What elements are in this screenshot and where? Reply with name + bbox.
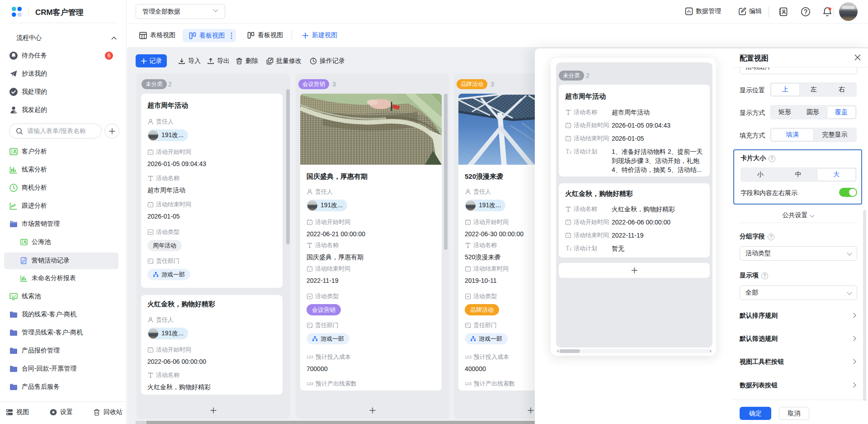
svg-text:7: 7	[567, 125, 569, 128]
svg-text:7: 7	[150, 152, 151, 154]
svg-text:7: 7	[150, 349, 151, 352]
svg-text:7: 7	[567, 222, 569, 224]
svg-text:7: 7	[150, 204, 151, 207]
svg-text:7: 7	[567, 235, 569, 238]
svg-text:7: 7	[309, 222, 311, 224]
svg-text:7: 7	[309, 268, 311, 271]
svg-text:7: 7	[467, 222, 469, 224]
svg-text:7: 7	[567, 138, 569, 141]
svg-text:7: 7	[467, 268, 469, 271]
